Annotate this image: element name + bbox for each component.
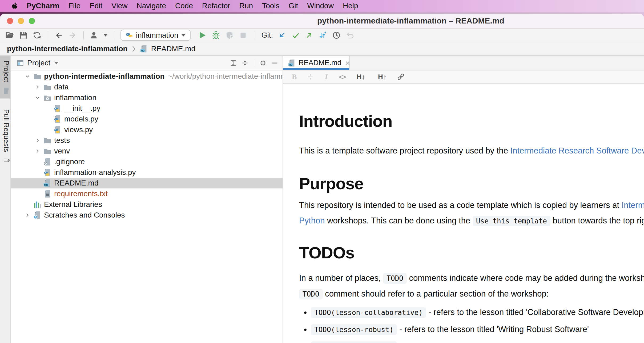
breadcrumb-chevron-icon [131,45,137,53]
project-view-icon [17,59,24,67]
chevron-right-icon[interactable] [24,212,31,219]
intro-heading: Introduction [299,112,644,131]
project-view-dropdown-caret-icon[interactable] [54,62,58,64]
git-commit-icon[interactable] [291,31,300,40]
tool-window-tab-pull-requests[interactable]: Pull Requests [0,104,10,168]
link-icon[interactable] [397,73,405,81]
tree-row-inflammation-analysis[interactable]: inflammation-analysis.py [11,167,283,178]
purpose-heading: Purpose [299,174,644,193]
menu-window[interactable]: Window [307,2,334,10]
apple-logo-icon[interactable] [11,2,18,10]
git-label: Git: [261,31,273,40]
stop-button[interactable] [239,31,248,40]
project-folder-icon [3,87,10,95]
menu-refactor[interactable]: Refactor [202,2,230,10]
menu-edit[interactable]: Edit [90,2,102,10]
user-dropdown-caret-icon[interactable] [103,34,108,37]
git-push-icon[interactable] [305,31,314,40]
bold-icon[interactable]: B [290,73,299,81]
run-button[interactable] [198,31,207,40]
tool-window-stripe: Project Pull Requests [0,56,11,343]
hide-panel-icon[interactable] [271,59,279,67]
zoom-window-button[interactable] [29,18,35,24]
open-folder-icon[interactable] [5,31,14,40]
menu-view[interactable]: View [111,2,127,10]
menu-tools[interactable]: Tools [262,2,279,10]
chevron-right-icon[interactable] [34,137,41,144]
menu-code[interactable]: Code [175,2,193,10]
tree-row-init-py[interactable]: __init__.py [11,103,283,114]
run-configuration-selector[interactable]: inflammation [120,30,191,41]
intro-paragraph: This is a template software project repo… [299,143,644,159]
tree-row-scratches[interactable]: Scratches and Consoles [11,210,283,220]
tree-row-views-py[interactable]: views.py [11,124,283,135]
header-level-down-icon[interactable]: H↓ [354,73,368,81]
rollback-icon[interactable] [345,31,355,40]
close-tab-icon[interactable]: × [345,59,350,67]
tree-row-data[interactable]: data [11,82,283,92]
python-file-icon [53,115,62,123]
markdown-preview: Introduction This is a template software… [283,84,644,343]
editor-area: README.md × B I <> H↓ H↑ Introduction Th… [283,56,644,343]
project-path: ~/work/python-intermediate-inflamm [168,72,283,81]
menu-navigate[interactable]: Navigate [137,2,166,10]
tool-window-tab-project-label: Project [2,61,10,82]
menu-pycharm[interactable]: PyCharm [27,2,59,10]
breadcrumb-file[interactable]: README.md [151,45,195,53]
pycharm-window: python-intermediate-inflammation – READM… [0,14,644,343]
tab-readme[interactable]: README.md × [283,56,350,70]
list-item: TODO(lesson-collaborative) - refers to t… [311,306,644,319]
header-level-up-icon[interactable]: H↑ [375,73,389,81]
chevron-right-icon[interactable] [34,84,41,90]
expand-all-icon[interactable] [229,59,237,67]
tree-row-external-libraries[interactable]: External Libraries [11,199,283,210]
toolbar-separator [48,31,48,40]
menu-help[interactable]: Help [343,2,358,10]
tree-row-readme-selected[interactable]: README.md [11,178,283,188]
code-icon[interactable]: <> [338,73,347,81]
purpose-link-python[interactable]: Python [299,216,325,225]
settings-gear-icon[interactable] [259,59,267,67]
purpose-paragraph-line1: This repository is intended to be used a… [299,198,644,213]
chevron-right-icon[interactable] [34,148,41,155]
tree-row-inflammation[interactable]: inflammation [11,92,283,103]
italic-icon[interactable]: I [322,73,331,81]
sync-refresh-icon[interactable] [33,31,42,40]
intro-link[interactable]: Intermediate Research Software Developme… [510,146,644,155]
chevron-down-icon[interactable] [24,73,31,80]
strikethrough-icon[interactable] [306,73,315,81]
folder-icon [43,147,52,155]
git-update-project-icon[interactable] [277,31,287,40]
minimize-window-button[interactable] [18,18,24,24]
tree-row-requirements[interactable]: requirements.txt [11,188,283,199]
tree-row-models-py[interactable]: models.py [11,114,283,124]
tree-row-gitignore[interactable]: .gitignore [11,156,283,167]
chevron-down-icon[interactable] [34,94,41,101]
folder-icon [43,136,52,145]
todos-list: TODO(lesson-collaborative) - refers to t… [299,306,644,343]
history-icon[interactable] [332,31,341,40]
purpose-link-1[interactable]: Intermediate Re [622,200,644,210]
tree-row-venv[interactable]: venv [11,146,283,156]
save-all-icon[interactable] [19,31,28,40]
libraries-icon [33,200,42,209]
menu-file[interactable]: File [69,2,80,10]
forward-icon[interactable] [68,31,77,40]
tool-window-tab-project[interactable]: Project [0,56,10,98]
close-window-button[interactable] [7,18,13,24]
breadcrumb-project[interactable]: python-intermediate-inflammation [7,45,128,53]
menu-git[interactable]: Git [289,2,298,10]
git-fetch-icon[interactable] [318,31,327,40]
menu-run[interactable]: Run [239,2,253,10]
user-profile-icon[interactable] [90,31,99,40]
python-file-icon [53,104,62,113]
ignored-file-icon [43,157,52,166]
debug-button[interactable] [211,31,220,40]
run-with-coverage-button[interactable] [225,31,234,40]
folder-icon [43,83,52,91]
tree-row-tests[interactable]: tests [11,135,283,146]
collapse-all-icon[interactable] [241,59,249,67]
back-icon[interactable] [54,31,63,40]
pull-request-icon [3,157,10,165]
tree-row-root[interactable]: python-intermediate-inflammation ~/work/… [11,71,283,82]
